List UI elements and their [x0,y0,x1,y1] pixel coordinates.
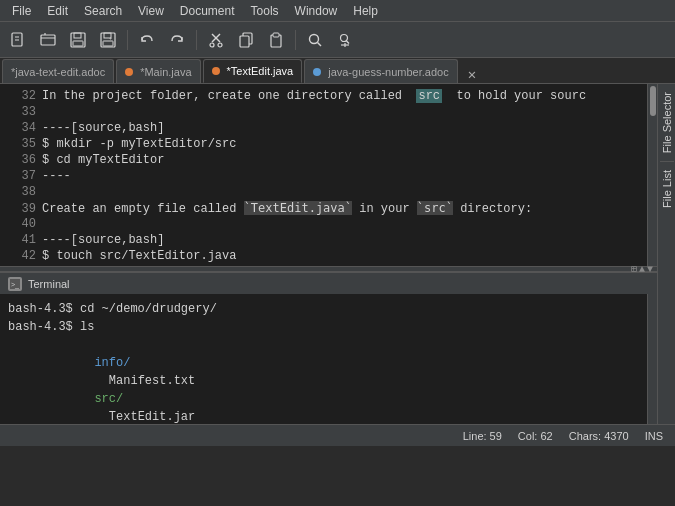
main-area: 32In the project folder, create one dire… [0,84,675,424]
code-line-35: 35$ mkdir -p myTextEditor/src [8,136,639,152]
tab-label: java-guess-number.adoc [328,66,448,78]
paste-button[interactable] [262,26,290,54]
copy-button[interactable] [232,26,260,54]
status-mode: INS [645,430,663,442]
code-line-33: 33 [8,104,639,120]
menu-search[interactable]: Search [76,2,130,20]
code-line-32: 32In the project folder, create one dire… [8,88,639,104]
tab-textedit-java[interactable]: *TextEdit.java [203,59,303,83]
svg-point-13 [210,43,214,47]
svg-point-19 [310,34,319,43]
tab-label: *Main.java [140,66,191,78]
close-tab-icon[interactable]: ✕ [464,66,480,83]
tab-label: *TextEdit.java [227,65,294,77]
svg-rect-6 [73,41,83,46]
terminal-scrollbar[interactable] [647,294,657,424]
terminal-titlebar: >_ Terminal [0,272,657,294]
svg-rect-3 [41,35,55,45]
svg-point-21 [341,34,348,41]
undo-button[interactable] [133,26,161,54]
status-col: Col: 62 [518,430,553,442]
menu-file[interactable]: File [4,2,39,20]
new-button[interactable] [4,26,32,54]
status-line: Line: 59 [463,430,502,442]
tabs-bar: *java-text-edit.adoc *Main.java *TextEdi… [0,58,675,84]
code-line-37: 37---- [8,168,639,184]
tab-dot [212,67,220,75]
save-button[interactable] [64,26,92,54]
svg-rect-9 [103,41,113,46]
svg-text:>_: >_ [11,281,19,289]
code-editor[interactable]: 32In the project folder, create one dire… [0,84,647,266]
cut-button[interactable] [202,26,230,54]
code-line-39: 39Create an empty file called `TextEdit.… [8,200,639,216]
tab-java-guess[interactable]: java-guess-number.adoc [304,59,457,83]
tab-dot [313,68,321,76]
terminal-inner: bash-4.3$ cd ~/demo/drudgery/ bash-4.3$ … [0,294,657,424]
code-line-43: 43 [8,264,639,266]
tab-java-text-edit[interactable]: *java-text-edit.adoc [2,59,114,83]
svg-text:+: + [109,35,112,41]
svg-point-14 [218,43,222,47]
toolbar: + [0,22,675,58]
terminal-content[interactable]: bash-4.3$ cd ~/demo/drudgery/ bash-4.3$ … [0,294,647,424]
tab-main-java[interactable]: *Main.java [116,59,200,83]
find-button[interactable] [301,26,329,54]
menu-view[interactable]: View [130,2,172,20]
menu-help[interactable]: Help [345,2,386,20]
code-line-34: 34----[source,bash] [8,120,639,136]
terminal-pane[interactable]: bash-4.3$ cd ~/demo/drudgery/ bash-4.3$ … [0,294,657,424]
svg-rect-16 [240,36,249,47]
status-chars: Chars: 4370 [569,430,629,442]
toolbar-sep-1 [127,30,128,50]
svg-rect-18 [273,33,279,37]
menu-window[interactable]: Window [287,2,346,20]
sidebar-file-selector[interactable]: File Selector [661,84,673,161]
svg-rect-5 [74,33,81,38]
right-sidebar: File Selector File List [657,84,675,424]
redo-button[interactable] [163,26,191,54]
menu-document[interactable]: Document [172,2,243,20]
svg-line-22 [347,41,350,44]
term-jar-text: TextEdit.jar [94,410,195,424]
terminal-title: Terminal [28,278,70,290]
tab-label: *java-text-edit.adoc [11,66,105,78]
editor-pane: 32In the project folder, create one dire… [0,84,657,424]
find-replace-button[interactable] [331,26,359,54]
open-button[interactable] [34,26,62,54]
menu-edit[interactable]: Edit [39,2,76,20]
term-manifest-text: Manifest.txt [94,374,209,388]
editor-scrollbar[interactable] [647,84,657,266]
terminal-line-1: bash-4.3$ cd ~/demo/drudgery/ [8,300,639,318]
terminal-icon: >_ [8,277,22,291]
term-info-text: info/ [94,356,130,370]
code-line-41: 41----[source,bash] [8,232,639,248]
svg-line-20 [318,42,322,46]
menu-tools[interactable]: Tools [243,2,287,20]
save-as-button[interactable]: + [94,26,122,54]
code-section: 32In the project folder, create one dire… [0,84,657,266]
tab-dot [125,68,133,76]
statusbar: Line: 59 Col: 62 Chars: 4370 INS [0,424,675,446]
code-line-38: 38 [8,184,639,200]
sidebar-file-list[interactable]: File List [661,162,673,216]
code-line-42: 42$ touch src/TextEditor.java [8,248,639,264]
menubar: File Edit Search View Document Tools Win… [0,0,675,22]
code-line-36: 36$ cd myTextEditor [8,152,639,168]
terminal-line-2: bash-4.3$ ls [8,318,639,336]
toolbar-sep-3 [295,30,296,50]
code-line-40: 40 [8,216,639,232]
toolbar-sep-2 [196,30,197,50]
term-src-text: src/ [94,392,123,406]
terminal-line-3: info/ Manifest.txt src/ TextEdit.jar [8,336,639,424]
